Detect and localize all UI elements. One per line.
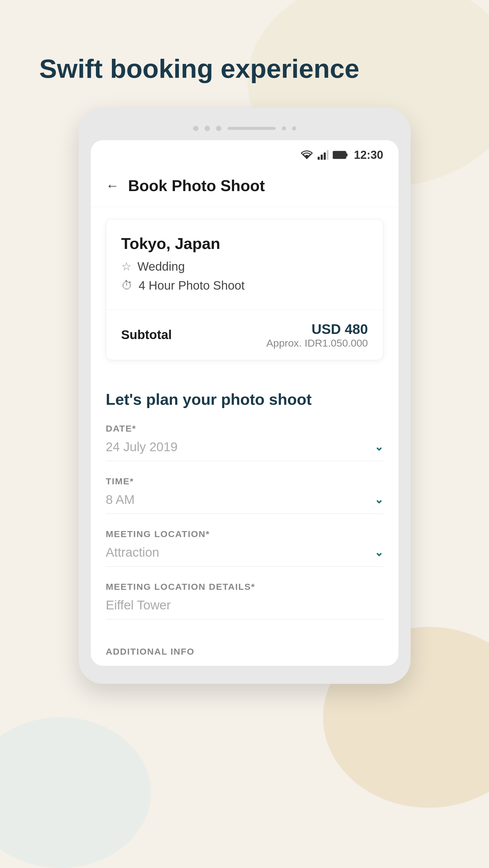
date-value: 24 July 2019 — [106, 440, 178, 454]
status-icons — [300, 150, 348, 160]
meeting-location-details-placeholder: Eiffel Tower — [106, 598, 171, 613]
plan-section: Let's plan your photo shoot DATE* 24 Jul… — [91, 372, 399, 647]
booking-card-bottom: Subtotal USD 480 Approx. IDR1.050.000 — [106, 310, 383, 360]
phone-dot-2 — [204, 126, 210, 131]
svg-rect-2 — [324, 153, 326, 160]
page-title: Swift booking experience — [0, 0, 489, 107]
booking-duration: 4 Hour Photo Shoot — [139, 279, 244, 292]
svg-rect-0 — [318, 157, 320, 160]
meeting-location-value: Attraction — [106, 545, 159, 560]
svg-rect-4 — [333, 151, 346, 158]
subtotal-label: Subtotal — [121, 328, 172, 342]
phone-mockup: 12:30 ← Book Photo Shoot Tokyo, Japan ☆ … — [79, 107, 410, 684]
wifi-icon — [300, 150, 313, 160]
svg-rect-1 — [321, 155, 323, 160]
date-field[interactable]: DATE* 24 July 2019 ⌄ — [106, 424, 383, 461]
date-value-row[interactable]: 24 July 2019 ⌄ — [106, 440, 383, 461]
meeting-location-details-label: MEETING LOCATION DETAILS* — [106, 582, 383, 592]
meeting-location-field[interactable]: MEETING LOCATION* Attraction ⌄ — [106, 529, 383, 567]
amount-usd: USD 480 — [266, 321, 368, 337]
booking-location: Tokyo, Japan — [121, 235, 368, 253]
time-value-row[interactable]: 8 AM ⌄ — [106, 493, 383, 514]
meeting-location-label: MEETING LOCATION* — [106, 529, 383, 539]
svg-rect-5 — [346, 153, 347, 156]
svg-rect-3 — [327, 150, 328, 160]
date-label: DATE* — [106, 424, 383, 434]
meeting-location-value-row[interactable]: Attraction ⌄ — [106, 545, 383, 567]
status-bar: 12:30 — [91, 140, 399, 167]
plan-section-title: Let's plan your photo shoot — [106, 390, 383, 408]
time-label: TIME* — [106, 476, 383, 487]
phone-dot-4 — [282, 126, 286, 130]
time-field[interactable]: TIME* 8 AM ⌄ — [106, 476, 383, 514]
booking-card-top: Tokyo, Japan ☆ Wedding ⏱ 4 Hour Photo Sh… — [106, 219, 383, 310]
app-header: ← Book Photo Shoot — [91, 167, 399, 207]
phone-top-bar — [91, 120, 399, 140]
star-icon: ☆ — [121, 260, 132, 273]
phone-screen: 12:30 ← Book Photo Shoot Tokyo, Japan ☆ … — [91, 140, 399, 666]
time-value: 8 AM — [106, 493, 135, 507]
signal-icon — [318, 150, 328, 160]
clock-icon: ⏱ — [121, 279, 133, 292]
booking-service-row: ☆ Wedding — [121, 260, 368, 273]
booking-duration-row: ⏱ 4 Hour Photo Shoot — [121, 279, 368, 292]
date-chevron-icon: ⌄ — [374, 441, 383, 453]
phone-dot-5 — [292, 126, 296, 130]
meeting-location-chevron-icon: ⌄ — [374, 546, 383, 559]
additional-info-label: ADDITIONAL INFO — [91, 647, 399, 666]
phone-dot-1 — [193, 126, 199, 131]
bg-decoration-bottom-left — [0, 717, 151, 868]
phone-bar — [227, 127, 276, 130]
booking-card: Tokyo, Japan ☆ Wedding ⏱ 4 Hour Photo Sh… — [106, 219, 383, 360]
status-time: 12:30 — [354, 149, 383, 161]
back-button[interactable]: ← — [106, 179, 119, 192]
phone-dot-3 — [216, 126, 222, 131]
booking-service-type: Wedding — [138, 260, 185, 273]
meeting-location-details-field[interactable]: MEETING LOCATION DETAILS* Eiffel Tower — [106, 582, 383, 619]
amount-idr: Approx. IDR1.050.000 — [266, 337, 368, 349]
time-chevron-icon: ⌄ — [374, 493, 383, 506]
subtotal-amount: USD 480 Approx. IDR1.050.000 — [266, 321, 368, 349]
battery-icon — [333, 151, 348, 159]
header-title: Book Photo Shoot — [128, 177, 265, 195]
meeting-location-details-value-row[interactable]: Eiffel Tower — [106, 598, 383, 619]
